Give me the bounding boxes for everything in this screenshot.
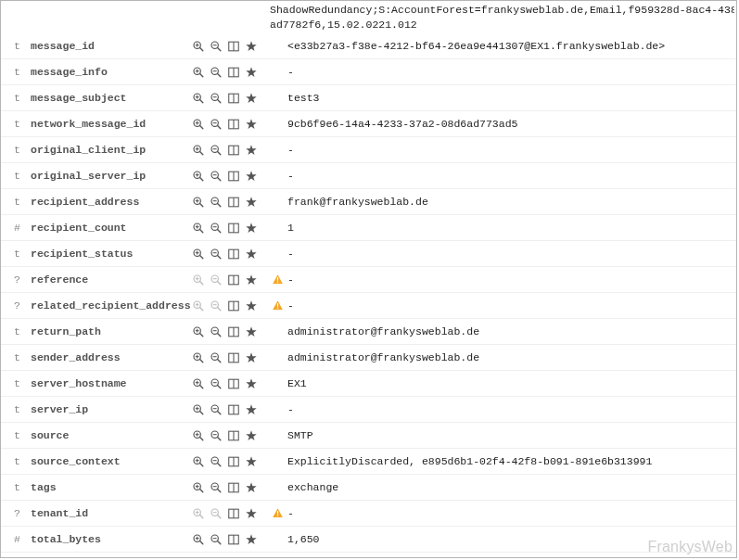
zoom-in-icon[interactable] <box>192 533 205 546</box>
toggle-column-icon[interactable] <box>227 455 240 468</box>
star-icon[interactable] <box>245 222 258 235</box>
toggle-column-icon[interactable] <box>227 66 240 79</box>
star-icon[interactable] <box>245 429 258 442</box>
zoom-out-icon[interactable] <box>210 40 223 53</box>
zoom-in-icon[interactable] <box>192 118 205 131</box>
star-icon[interactable] <box>245 66 258 79</box>
toggle-column-icon[interactable] <box>227 196 240 209</box>
toggle-column-icon[interactable] <box>227 429 240 442</box>
field-name[interactable]: reference <box>31 274 192 286</box>
zoom-in-icon[interactable] <box>192 92 205 105</box>
field-name[interactable]: tenant_id <box>31 507 192 519</box>
star-icon[interactable] <box>245 533 258 546</box>
star-icon[interactable] <box>245 299 258 312</box>
star-icon[interactable] <box>245 40 258 53</box>
star-icon[interactable] <box>245 507 258 520</box>
zoom-out-icon[interactable] <box>210 274 223 286</box>
zoom-in-icon[interactable] <box>192 144 205 157</box>
field-name[interactable]: original_client_ip <box>31 144 192 156</box>
field-name[interactable]: network_message_id <box>31 118 192 130</box>
star-icon[interactable] <box>245 196 258 209</box>
zoom-out-icon[interactable] <box>210 377 223 390</box>
zoom-out-icon[interactable] <box>210 507 223 520</box>
toggle-column-icon[interactable] <box>227 481 240 494</box>
toggle-column-icon[interactable] <box>227 325 240 338</box>
zoom-out-icon[interactable] <box>210 299 223 312</box>
field-name[interactable]: sender_address <box>31 351 192 363</box>
zoom-in-icon[interactable] <box>192 40 205 53</box>
star-icon[interactable] <box>245 481 258 494</box>
star-icon[interactable] <box>245 274 258 286</box>
toggle-column-icon[interactable] <box>227 170 240 183</box>
toggle-column-icon[interactable] <box>227 533 240 546</box>
toggle-column-icon[interactable] <box>227 118 240 131</box>
star-icon[interactable] <box>245 455 258 468</box>
zoom-out-icon[interactable] <box>210 92 223 105</box>
zoom-out-icon[interactable] <box>210 325 223 338</box>
zoom-in-icon[interactable] <box>192 170 205 183</box>
zoom-in-icon[interactable] <box>192 351 205 364</box>
star-icon[interactable] <box>245 377 258 390</box>
field-name[interactable]: source_context <box>31 455 192 467</box>
field-name[interactable]: message_info <box>31 66 192 78</box>
zoom-in-icon[interactable] <box>192 299 205 312</box>
zoom-out-icon[interactable] <box>210 118 223 131</box>
star-icon[interactable] <box>245 144 258 157</box>
zoom-in-icon[interactable] <box>192 274 205 286</box>
field-name[interactable]: server_ip <box>31 403 192 415</box>
toggle-column-icon[interactable] <box>227 92 240 105</box>
zoom-out-icon[interactable] <box>210 533 223 546</box>
zoom-out-icon[interactable] <box>210 248 223 261</box>
star-icon[interactable] <box>245 92 258 105</box>
field-name[interactable]: source <box>31 429 192 441</box>
toggle-column-icon[interactable] <box>227 351 240 364</box>
field-name[interactable]: server_hostname <box>31 377 192 389</box>
toggle-column-icon[interactable] <box>227 299 240 312</box>
zoom-in-icon[interactable] <box>192 481 205 494</box>
star-icon[interactable] <box>245 170 258 183</box>
toggle-column-icon[interactable] <box>227 248 240 261</box>
toggle-column-icon[interactable] <box>227 507 240 520</box>
zoom-out-icon[interactable] <box>210 455 223 468</box>
zoom-out-icon[interactable] <box>210 429 223 442</box>
zoom-in-icon[interactable] <box>192 377 205 390</box>
toggle-column-icon[interactable] <box>227 403 240 416</box>
zoom-in-icon[interactable] <box>192 403 205 416</box>
field-name[interactable]: message_id <box>31 40 192 52</box>
star-icon[interactable] <box>245 351 258 364</box>
field-name[interactable]: total_bytes <box>31 533 192 545</box>
zoom-in-icon[interactable] <box>192 222 205 235</box>
field-name[interactable]: recipient_count <box>31 222 192 234</box>
toggle-column-icon[interactable] <box>227 274 240 286</box>
field-name[interactable]: tags <box>31 481 192 493</box>
star-icon[interactable] <box>245 325 258 338</box>
zoom-in-icon[interactable] <box>192 325 205 338</box>
zoom-out-icon[interactable] <box>210 222 223 235</box>
zoom-in-icon[interactable] <box>192 196 205 209</box>
star-icon[interactable] <box>245 248 258 261</box>
zoom-out-icon[interactable] <box>210 481 223 494</box>
toggle-column-icon[interactable] <box>227 144 240 157</box>
zoom-out-icon[interactable] <box>210 403 223 416</box>
field-name[interactable]: recipient_address <box>31 196 192 208</box>
zoom-in-icon[interactable] <box>192 455 205 468</box>
zoom-out-icon[interactable] <box>210 170 223 183</box>
field-name[interactable]: recipient_status <box>31 248 192 260</box>
field-name[interactable]: return_path <box>31 325 192 337</box>
zoom-out-icon[interactable] <box>210 351 223 364</box>
zoom-in-icon[interactable] <box>192 248 205 261</box>
field-name[interactable]: message_subject <box>31 92 192 104</box>
zoom-in-icon[interactable] <box>192 429 205 442</box>
toggle-column-icon[interactable] <box>227 40 240 53</box>
toggle-column-icon[interactable] <box>227 377 240 390</box>
zoom-in-icon[interactable] <box>192 66 205 79</box>
toggle-column-icon[interactable] <box>227 222 240 235</box>
zoom-in-icon[interactable] <box>192 507 205 520</box>
star-icon[interactable] <box>245 118 258 131</box>
star-icon[interactable] <box>245 403 258 416</box>
zoom-out-icon[interactable] <box>210 144 223 157</box>
field-name[interactable]: original_server_ip <box>31 170 192 182</box>
zoom-out-icon[interactable] <box>210 66 223 79</box>
zoom-out-icon[interactable] <box>210 196 223 209</box>
field-name[interactable]: related_recipient_address <box>31 299 192 312</box>
